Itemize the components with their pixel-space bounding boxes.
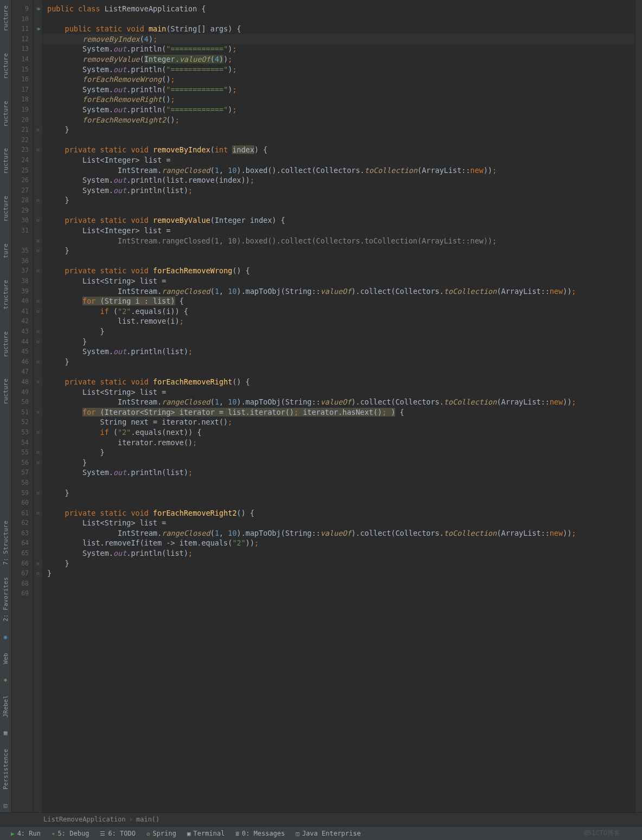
code-line[interactable] [43,14,642,24]
line-number[interactable]: 51 [11,407,33,418]
fold-toggle[interactable]: ⊟ [34,568,42,579]
code-line[interactable]: List<Integer> list = [43,155,642,165]
code-line[interactable]: } [43,337,642,347]
line-number[interactable]: 17 [11,85,33,95]
line-number[interactable]: 21 [11,125,33,135]
line-number[interactable]: 15 [11,65,33,75]
line-number[interactable]: 55 [11,447,33,458]
fold-toggle[interactable] [34,94,42,105]
fold-toggle[interactable]: ⊟ [34,337,42,347]
fold-toggle[interactable]: ⊟ [34,357,42,367]
fold-toggle[interactable] [34,467,42,478]
code-editor[interactable]: public class ListRemoveApplication { pub… [43,0,642,812]
fold-toggle[interactable] [34,65,42,75]
rail-structure-fragment[interactable]: ructure [2,196,9,222]
line-number[interactable]: 64 [11,538,33,548]
code-line[interactable]: private static void forEachRemoveRight2(… [43,508,642,518]
line-number[interactable]: 53 [11,427,33,438]
error-stripe[interactable] [635,0,642,812]
fold-toggle[interactable]: ⊟ [34,458,42,468]
line-number[interactable]: 69 [11,588,33,599]
line-number[interactable]: 12 [11,34,33,44]
code-line[interactable]: } [43,326,642,337]
code-line[interactable]: List<Integer> list = [43,226,642,236]
line-number[interactable]: 37 [11,266,33,276]
rail-structure-fragment[interactable]: ructure [2,148,9,174]
code-line[interactable] [43,579,642,589]
fold-toggle[interactable] [34,226,42,236]
line-number[interactable]: 38 [11,276,33,286]
code-line[interactable]: } [43,488,642,498]
line-number[interactable]: 19 [11,105,33,115]
code-line[interactable]: System.out.println("============"); [43,85,642,95]
code-line[interactable]: } [43,195,642,206]
fold-toggle[interactable]: ⊟ [34,4,42,14]
rail-structure-fragment[interactable]: ructure [2,379,9,405]
toolbar-messages[interactable]: ≣0: Messages [235,830,285,837]
fold-toggle[interactable] [34,54,42,65]
line-number[interactable]: 20 [11,115,33,125]
rail-jrebel[interactable]: JRebel [2,695,9,717]
line-number[interactable] [11,236,33,246]
fold-toggle[interactable] [34,528,42,538]
code-line[interactable]: List<String> list = [43,518,642,528]
fold-toggle[interactable]: ⊟ [34,407,42,418]
fold-toggle[interactable]: ⊟ [34,195,42,206]
line-number[interactable]: 58 [11,478,33,488]
code-line[interactable]: public static void main(String[] args) { [43,24,642,34]
fold-toggle[interactable] [34,44,42,54]
line-number[interactable]: 28 [11,195,33,206]
line-number[interactable]: 60 [11,498,33,508]
line-number[interactable]: 66 [11,559,33,569]
fold-toggle[interactable] [34,518,42,528]
fold-toggle[interactable] [34,155,42,165]
line-number[interactable]: 39 [11,286,33,297]
code-line[interactable] [43,478,642,488]
rail-persistence[interactable]: Persistence [2,749,9,790]
line-number[interactable]: 14 [11,54,33,65]
toolbar-run[interactable]: ▶4: Run [11,830,41,837]
fold-toggle[interactable]: ⊟ [34,215,42,226]
fold-toggle[interactable]: ⊟ [34,377,42,387]
fold-toggle[interactable]: ⊞ [34,236,42,246]
code-line[interactable] [43,367,642,377]
fold-toggle[interactable] [34,498,42,508]
line-number[interactable]: 26 [11,175,33,185]
code-line[interactable]: forEachRemoveRight2(); [43,115,642,125]
line-number[interactable]: 47 [11,367,33,377]
line-number[interactable]: 29 [11,206,33,216]
fold-toggle[interactable] [34,478,42,488]
fold-toggle[interactable] [34,74,42,85]
fold-toggle[interactable] [34,438,42,448]
line-number[interactable]: 54 [11,438,33,448]
breadcrumb[interactable]: ListRemoveApplication › main() [0,812,642,826]
fold-toggle[interactable] [34,588,42,599]
code-line[interactable]: iterator.remove(); [43,438,642,448]
rail-structure-fragment[interactable]: ructure [2,5,9,31]
line-number[interactable]: 44 [11,337,33,347]
fold-toggle[interactable] [34,185,42,196]
line-number[interactable]: 65 [11,548,33,559]
code-line[interactable]: IntStream.rangeClosed(1, 10).mapToObj(St… [43,286,642,297]
line-number[interactable]: 40 [11,296,33,306]
fold-toggle[interactable] [34,115,42,125]
fold-toggle[interactable] [34,135,42,145]
fold-toggle[interactable] [34,417,42,427]
line-number[interactable]: 25 [11,165,33,176]
line-number[interactable]: 43 [11,326,33,337]
fold-toggle[interactable] [34,579,42,589]
code-line[interactable]: private static void removeByIndex(int in… [43,145,642,155]
code-line[interactable]: forEachRemoveRight(); [43,94,642,105]
line-number[interactable]: 36 [11,256,33,266]
fold-toggle[interactable] [34,256,42,266]
rail-structure-fragment[interactable]: tructure [2,280,9,310]
code-line[interactable]: System.out.println("============"); [43,65,642,75]
code-line[interactable]: public class ListRemoveApplication { [43,4,642,14]
code-line[interactable]: } [43,357,642,367]
line-number[interactable]: 22 [11,135,33,145]
line-number[interactable]: 30 [11,215,33,226]
fold-toggle[interactable]: ⊟ [34,125,42,135]
line-number[interactable]: 59 [11,488,33,498]
code-line[interactable]: forEachRemoveWrong(); [43,74,642,85]
persistence-icon[interactable]: ▦ [2,729,9,737]
